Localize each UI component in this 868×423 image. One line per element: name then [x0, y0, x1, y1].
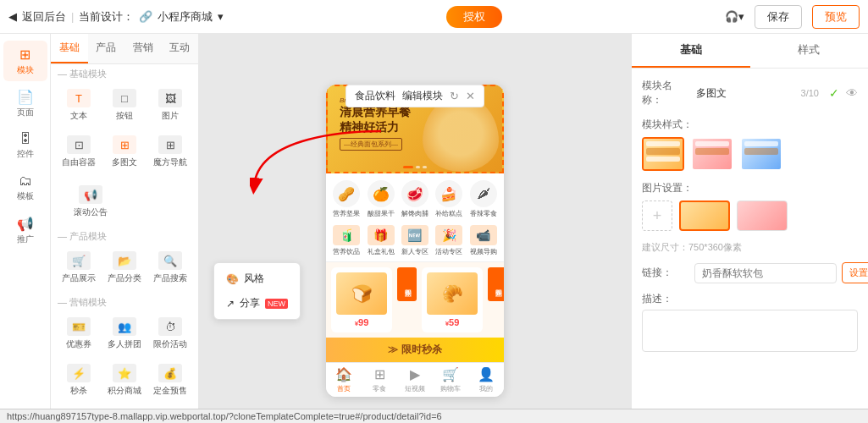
sidebar-item-pages[interactable]: 📄 页面: [3, 83, 47, 124]
context-menu-style[interactable]: 🎨 风格: [214, 266, 300, 291]
comp-limited[interactable]: ⏱ 限价活动: [149, 312, 191, 355]
sidebar-item-templates[interactable]: 🗂 模板: [3, 168, 47, 208]
magic-nav-icon: ⊞: [158, 135, 182, 154]
cat-spicy-label: 香辣零食: [470, 209, 497, 218]
phone-flash-sale[interactable]: ≫ 限时秒杀: [326, 338, 504, 362]
cat-cake[interactable]: 🍰 补给糕点: [434, 180, 464, 218]
sidebar-item-promote[interactable]: 📢 推广: [3, 210, 47, 250]
product-modules-grid: 🛒 产品展示 📂 产品分类 🔍 产品搜索: [51, 243, 198, 293]
module-name-count: 3/10: [801, 88, 819, 98]
templates-icon: 🗂: [19, 173, 32, 189]
cat-dried-fruit[interactable]: 🍊 酸甜果干: [365, 180, 395, 218]
link-set-button[interactable]: 设置链接: [842, 262, 868, 283]
product-card-2[interactable]: 🥐 ¥59: [422, 267, 483, 332]
mine-label: 我的: [479, 384, 493, 393]
tab-product[interactable]: 产品: [88, 34, 125, 63]
link-row: 链接： 设置链接: [642, 262, 858, 283]
sidebar-item-modules[interactable]: ⊞ 模块: [3, 41, 47, 81]
nav-new[interactable]: 🆕 新人专区: [400, 225, 430, 256]
desc-input[interactable]: [642, 310, 858, 352]
comp-group-buy[interactable]: 👥 多人拼团: [103, 312, 146, 355]
nav-event[interactable]: 🎉 活动专区: [434, 225, 464, 256]
module-refresh-icon[interactable]: ↻: [450, 90, 459, 102]
comp-product-display[interactable]: 🛒 产品展示: [58, 246, 100, 289]
right-tab-basic[interactable]: 基础: [632, 34, 750, 68]
right-panel: 基础 样式 模块名称： 多图文 3/10 ✓ 👁 模块样式：: [631, 34, 868, 423]
link-input[interactable]: [694, 263, 837, 283]
preview-button[interactable]: 预览: [812, 5, 860, 29]
bottom-nav-snacks[interactable]: ⊞ 零食: [362, 366, 397, 393]
comp-multitext[interactable]: ⊞ 多图文: [103, 130, 146, 173]
style-option-1[interactable]: [642, 137, 684, 171]
style-option-2[interactable]: [691, 137, 733, 171]
img-setting-section: 图片设置： +: [642, 181, 858, 231]
style-icon: 🎨: [226, 273, 239, 285]
cat-meat-icon: 🥩: [401, 180, 428, 207]
panel-tabs: 基础 产品 营销 互动: [51, 34, 198, 64]
auth-button[interactable]: 授权: [446, 6, 502, 28]
tab-basic[interactable]: 基础: [51, 34, 88, 63]
comp-deposit[interactable]: 💰 定金预售: [149, 359, 191, 402]
product-btn-2[interactable]: 立即购买: [488, 267, 504, 301]
nav-video[interactable]: 📹 视频导购: [468, 225, 499, 256]
phone-bottom-nav: 🏠 首页 ⊞ 零食 ▶ 短视频 🛒 购物车 👤 我的: [326, 362, 504, 397]
sidebar-item-controls[interactable]: 🎛 控件: [3, 125, 47, 166]
comp-points-mall[interactable]: ⭐ 积分商城: [103, 359, 146, 402]
comp-button[interactable]: □ 按钮: [103, 84, 146, 127]
comp-magic-label: 魔方导航: [153, 157, 187, 168]
comp-free-container[interactable]: ⊡ 自由容器: [58, 130, 100, 173]
save-button[interactable]: 保存: [755, 5, 802, 29]
module-name-eye[interactable]: 👁: [846, 86, 858, 100]
dot-active: [403, 166, 413, 168]
comp-product-search[interactable]: 🔍 产品搜索: [149, 246, 191, 289]
bottom-nav-mine[interactable]: 👤 我的: [468, 366, 504, 393]
help-icon[interactable]: 🎧▾: [725, 10, 744, 23]
product-card-1[interactable]: 🍞 ¥99: [331, 267, 392, 332]
cat-spicy[interactable]: 🌶 香辣零食: [468, 180, 499, 218]
sidebar-templates-label: 模板: [17, 190, 34, 202]
module-edit-label[interactable]: 编辑模块: [402, 89, 443, 103]
context-menu: 🎨 风格 ↗ 分享 NEW: [213, 262, 301, 320]
nav-drinks[interactable]: 🧃 营养饮品: [331, 225, 362, 256]
product-display-icon: 🛒: [67, 251, 91, 270]
img-add-button[interactable]: +: [642, 201, 672, 231]
bottom-nav-home[interactable]: 🏠 首页: [326, 366, 362, 393]
bottom-nav-cart[interactable]: 🛒 购物车: [433, 366, 468, 393]
product-btn-1[interactable]: 立即购买: [397, 267, 417, 301]
tab-sales[interactable]: 营销: [124, 34, 162, 63]
right-tab-style[interactable]: 样式: [750, 34, 869, 68]
phone-nav-row: 🧃 营养饮品 🎁 礼盒礼包 🆕 新人专区 🎉 活动专区 📹 视频导: [326, 225, 504, 261]
comp-product-category[interactable]: 📂 产品分类: [103, 246, 146, 289]
comp-scroll[interactable]: 📢 滚动公告: [58, 180, 123, 223]
style-bar-2: [646, 148, 680, 155]
img-thumb-1[interactable]: [679, 201, 730, 231]
style-bar3-1: [744, 141, 778, 146]
size-hint: 建议尺寸：750*360像素: [642, 241, 858, 254]
style-inner-3: [742, 139, 781, 169]
back-label[interactable]: 返回后台: [22, 9, 66, 25]
phone-categories: 🥜 营养坚果 🍊 酸甜果干 🥩 解馋肉脯 🍰 补给糕点 🌶 香辣零: [326, 173, 504, 225]
bottom-nav-video[interactable]: ▶ 短视频: [397, 366, 433, 393]
tab-interactive[interactable]: 互动: [162, 34, 199, 63]
comp-coupon[interactable]: 🎫 优惠券: [58, 312, 100, 355]
cart-icon: 🛒: [442, 366, 459, 382]
comp-coupon-label: 优惠券: [66, 338, 91, 350]
desc-row: 描述：: [642, 292, 858, 355]
comp-text[interactable]: T 文本: [58, 84, 100, 127]
context-menu-share[interactable]: ↗ 分享 NEW: [214, 291, 300, 316]
comp-magic-nav[interactable]: ⊞ 魔方导航: [149, 130, 191, 173]
module-close-icon[interactable]: ✕: [466, 90, 475, 102]
nav-drinks-icon: 🧃: [333, 225, 360, 245]
desc-label: 描述：: [642, 292, 858, 306]
img-thumb-2[interactable]: [737, 201, 788, 231]
module-toolbar: 食品饮料 编辑模块 ↻ ✕: [346, 85, 484, 107]
comp-image[interactable]: 🖼 图片: [149, 84, 191, 127]
product-img-2: 🥐: [427, 272, 478, 315]
store-label[interactable]: 小程序商城: [158, 9, 213, 25]
sales-modules-grid: 🎫 优惠券 👥 多人拼团 ⏱ 限价活动 ⚡ 秒杀 ⭐ 积分商城 💰 定金预售: [51, 309, 198, 405]
comp-seckill[interactable]: ⚡ 秒杀: [58, 359, 100, 402]
cat-nuts[interactable]: 🥜 营养坚果: [331, 180, 362, 218]
style-option-3[interactable]: [740, 137, 782, 171]
cat-meat[interactable]: 🥩 解馋肉脯: [400, 180, 430, 218]
nav-gifts[interactable]: 🎁 礼盒礼包: [365, 225, 395, 256]
